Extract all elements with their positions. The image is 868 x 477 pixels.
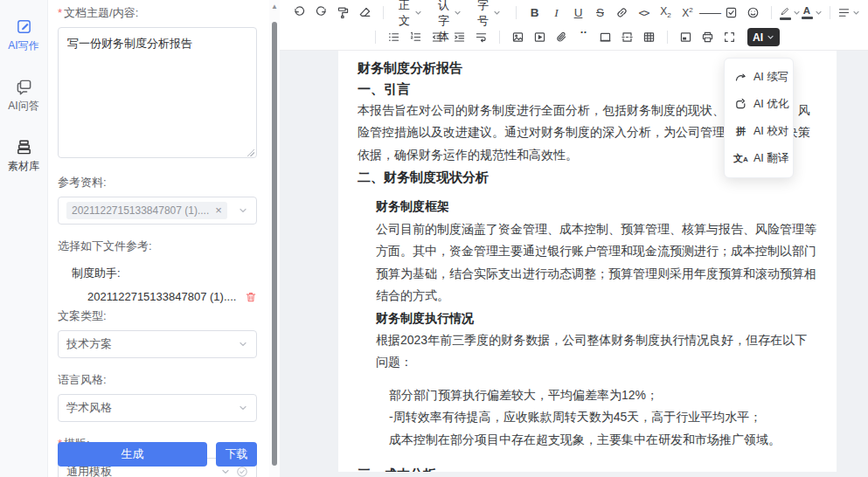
eraser-button[interactable] (354, 3, 376, 24)
topic-input[interactable]: 写一份财务制度分析报告 (58, 27, 257, 158)
file-name: 2021122715133847807 (1).... (87, 290, 240, 303)
doc-paragraph: 根据2023年前三季度的财务数据，公司整体财务制度执行情况良好，但存在以下问题： (376, 329, 817, 374)
print-button[interactable] (697, 27, 719, 48)
highlight-color-button[interactable] (779, 3, 801, 24)
toolbar-divider (516, 6, 517, 19)
copy-type-select[interactable]: 技术方案 (58, 330, 257, 358)
strikethrough-button[interactable]: S (589, 3, 611, 24)
menu-item-ai-续写[interactable]: AI 续写 (725, 64, 793, 91)
underline-button[interactable]: U (567, 3, 589, 24)
indent-button[interactable] (448, 27, 470, 48)
attachment-button[interactable] (551, 27, 573, 48)
trash-icon[interactable] (245, 291, 257, 303)
sidebar-item-label: AI写作 (8, 38, 38, 53)
toolbar-divider (771, 6, 772, 19)
sidebar-item-label: 素材库 (8, 159, 39, 174)
link-icon (615, 6, 628, 19)
italic-button[interactable]: I (545, 3, 567, 24)
page-break-button[interactable] (616, 27, 638, 48)
blockquote-button[interactable]: “ (573, 27, 594, 48)
redo-button[interactable] (310, 3, 332, 24)
chevron-down-icon (238, 339, 248, 349)
code-icon: <> (639, 7, 649, 19)
download-button[interactable]: 下载 (216, 442, 257, 467)
ordered-list-button[interactable] (405, 27, 427, 48)
menu-item-label: AI 续写 (753, 70, 788, 85)
superscript-button[interactable]: X2 (677, 3, 698, 24)
scrollbar-thumb[interactable] (272, 22, 277, 466)
ai-menu-button[interactable]: AI (747, 28, 780, 46)
style-label: 语言风格: (58, 372, 257, 388)
font-color-button[interactable]: A (801, 3, 823, 24)
sidebar-item-ai-qa[interactable]: AI问答 (8, 78, 38, 114)
table-button[interactable] (638, 27, 660, 48)
embed-button[interactable] (675, 27, 697, 48)
check-circle-icon (236, 466, 248, 477)
align-icon (837, 6, 851, 19)
page-break-icon (621, 31, 634, 44)
task-list-icon (725, 6, 738, 19)
topic-label: *文档主题/内容: (58, 5, 257, 21)
reference-label: 参考资料: (58, 175, 257, 190)
emoji-button[interactable] (742, 3, 764, 24)
editor-toolbar: 正文默认字体字号BIUS<>X2X2――A “AI (280, 0, 868, 51)
subscript-button[interactable]: X2 (655, 3, 677, 24)
format-painter-icon (337, 6, 350, 19)
list-item: 部分部门预算执行偏差较大，平均偏差率为12%； (389, 384, 817, 406)
scroll-up-arrow-icon[interactable]: ▲ (271, 3, 278, 10)
paragraph-style-dropdown[interactable]: 正文 (391, 3, 430, 24)
toolbar-divider (830, 6, 830, 19)
doc-subheading-framework: 财务制度框架 (376, 196, 817, 218)
divider-block-button[interactable] (594, 27, 616, 48)
superscript-icon: X2 (682, 6, 692, 19)
toolbar-divider (383, 6, 384, 19)
copy-type-label: 文案类型: (58, 308, 257, 324)
form-panel: *文档主题/内容: 写一份财务制度分析报告 参考资料: 202112271513… (49, 0, 269, 477)
menu-item-ai-优化[interactable]: AI 优化 (725, 91, 793, 118)
chevron-down-icon (238, 205, 248, 216)
format-painter-button[interactable] (332, 3, 354, 24)
menu-item-ai-校对[interactable]: 拼AI 校对 (725, 118, 793, 145)
menu-item-label: AI 校对 (753, 124, 788, 139)
fullscreen-button[interactable] (719, 27, 740, 48)
chevron-down-icon (238, 403, 248, 413)
horizontal-rule-button[interactable]: ―― (698, 3, 720, 24)
doc-pencil-icon (15, 17, 32, 35)
sidebar-item-ai-writing[interactable]: AI写作 (8, 17, 38, 53)
attachment-icon (555, 31, 568, 44)
undo-button[interactable] (288, 3, 310, 24)
sidebar-item-material-library[interactable]: 素材库 (8, 138, 39, 174)
highlight-color-icon (780, 6, 791, 20)
form-scrollbar[interactable]: ▲ (269, 0, 280, 477)
font-family-dropdown[interactable]: 默认字体 (430, 3, 469, 24)
menu-item-ai-翻译[interactable]: 文AAI 翻译 (725, 145, 793, 172)
horizontal-rule-icon: ―― (699, 6, 719, 19)
image-button[interactable] (507, 27, 529, 48)
divider-block-icon (599, 31, 612, 44)
file-section-label: 选择如下文件参考: (58, 238, 257, 254)
bullet-list-button[interactable] (383, 27, 405, 48)
bold-button[interactable]: B (524, 3, 545, 24)
align-button[interactable] (837, 3, 859, 24)
font-size-dropdown[interactable]: 字号 (469, 3, 509, 24)
menu-item-label: AI 翻译 (753, 151, 788, 166)
video-button[interactable] (529, 27, 551, 48)
code-button[interactable]: <> (633, 3, 655, 24)
doc-issues-list: 部分部门预算执行偏差较大，平均偏差率为12%；-周转效率有待提高，应收账款周转天… (389, 384, 817, 451)
image-icon (511, 31, 524, 44)
embed-icon (679, 31, 692, 44)
list-item: -周转效率有待提高，应收账款周转天数为45天，高于行业平均水平； (389, 406, 817, 428)
remove-tag-icon[interactable]: × (215, 206, 222, 215)
generate-button[interactable]: 生成 (58, 442, 207, 467)
style-select[interactable]: 学术风格 (58, 394, 257, 422)
text-wrap-button[interactable] (470, 27, 492, 48)
list-item: 成本控制在部分项目中存在超支现象，主要集中在研发和市场推广领域。 (389, 429, 817, 451)
blockquote-icon: “ (579, 31, 587, 44)
font-color-icon: A (802, 6, 813, 19)
task-list-button[interactable] (720, 3, 742, 24)
assistant-label: 制度助手: (72, 266, 257, 281)
outdent-button[interactable] (427, 27, 448, 48)
reference-select[interactable]: 2021122715133847807 (1).... × (58, 197, 257, 225)
link-button[interactable] (611, 3, 633, 24)
eraser-icon (358, 6, 372, 19)
